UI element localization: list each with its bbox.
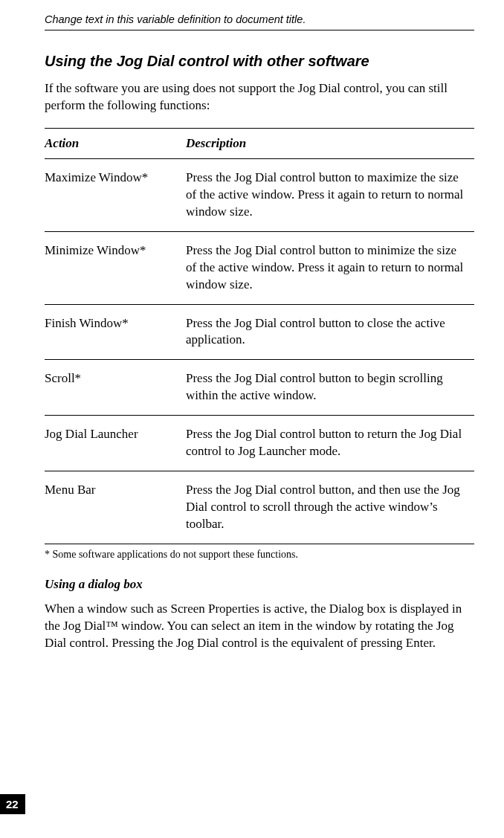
table-row: Scroll* Press the Jog Dial control butto… bbox=[45, 360, 474, 416]
section-title: Using the Jog Dial control with other so… bbox=[45, 53, 474, 70]
cell-description: Press the Jog Dial control button to max… bbox=[186, 158, 474, 231]
cell-action: Finish Window* bbox=[45, 304, 186, 360]
table-row: Minimize Window* Press the Jog Dial cont… bbox=[45, 231, 474, 304]
table-footnote: * Some software applications do not supp… bbox=[45, 549, 474, 561]
table-header-action: Action bbox=[45, 128, 186, 158]
cell-action: Maximize Window* bbox=[45, 158, 186, 231]
cell-description: Press the Jog Dial control button to min… bbox=[186, 231, 474, 304]
subsection-body: When a window such as Screen Properties … bbox=[45, 601, 474, 652]
cell-description: Press the Jog Dial control button to clo… bbox=[186, 304, 474, 360]
cell-description: Press the Jog Dial control button to beg… bbox=[186, 360, 474, 416]
cell-description: Press the Jog Dial control button to ret… bbox=[186, 416, 474, 471]
cell-action: Minimize Window* bbox=[45, 231, 186, 304]
cell-description: Press the Jog Dial control button, and t… bbox=[186, 471, 474, 544]
cell-action: Jog Dial Launcher bbox=[45, 416, 186, 471]
table-header-description: Description bbox=[186, 128, 474, 158]
subsection-title: Using a dialog box bbox=[45, 577, 474, 592]
running-header: Change text in this variable definition … bbox=[45, 13, 474, 30]
table-row: Menu Bar Press the Jog Dial control butt… bbox=[45, 471, 474, 544]
cell-action: Scroll* bbox=[45, 360, 186, 416]
cell-action: Menu Bar bbox=[45, 471, 186, 544]
action-table: Action Description Maximize Window* Pres… bbox=[45, 128, 474, 544]
table-row: Jog Dial Launcher Press the Jog Dial con… bbox=[45, 416, 474, 471]
table-row: Maximize Window* Press the Jog Dial cont… bbox=[45, 158, 474, 231]
intro-paragraph: If the software you are using does not s… bbox=[45, 80, 474, 115]
table-row: Finish Window* Press the Jog Dial contro… bbox=[45, 304, 474, 360]
page-number: 22 bbox=[0, 794, 25, 814]
